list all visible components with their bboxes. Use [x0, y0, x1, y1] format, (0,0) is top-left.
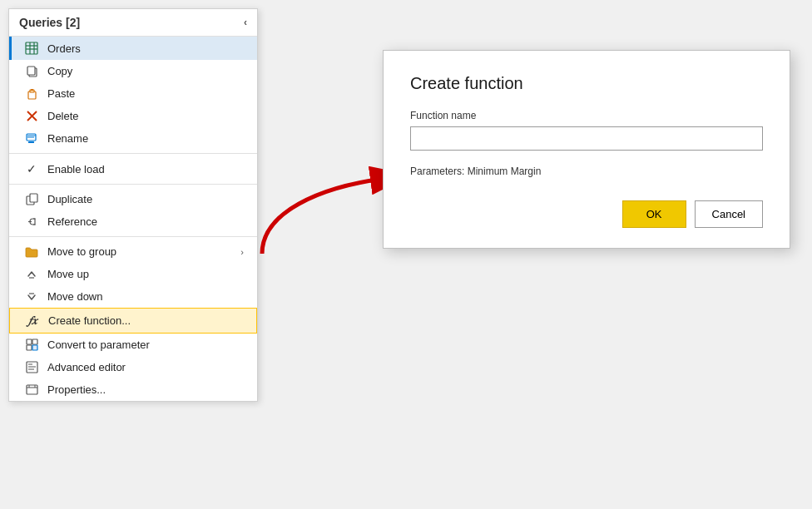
- svg-rect-0: [26, 42, 37, 54]
- folder-icon: [22, 246, 41, 258]
- menu-item-move-up[interactable]: Move up: [9, 263, 257, 285]
- reference-icon: [22, 215, 41, 228]
- delete-label: Delete: [47, 110, 79, 122]
- move-down-label: Move down: [47, 290, 102, 303]
- menu-item-reference[interactable]: Reference: [9, 210, 257, 233]
- svg-rect-13: [28, 141, 34, 143]
- svg-rect-24: [32, 345, 37, 350]
- cancel-button[interactable]: Cancel: [695, 200, 763, 228]
- sidebar-item-orders[interactable]: Orders: [9, 37, 257, 60]
- checkmark-icon: ✓: [22, 162, 41, 175]
- function-name-label: Function name: [410, 110, 763, 121]
- ok-button[interactable]: OK: [622, 200, 686, 228]
- context-menu: Queries [2] ‹ Orders Copy: [8, 8, 258, 402]
- submenu-arrow-icon: ›: [240, 247, 244, 257]
- divider-3: [9, 236, 257, 237]
- parameters-label: Parameters: Minimum Margin: [410, 166, 763, 177]
- move-up-icon: [22, 269, 41, 280]
- menu-item-enable-load[interactable]: ✓ Enable load: [9, 157, 257, 180]
- create-function-label: Create function...: [48, 314, 131, 327]
- reference-label: Reference: [47, 215, 97, 228]
- move-to-group-label: Move to group: [47, 245, 116, 258]
- create-function-dialog: Create function Function name Parameters…: [383, 50, 790, 249]
- rename-label: Rename: [47, 132, 88, 145]
- paste-icon: [22, 87, 41, 100]
- dialog-title: Create function: [410, 74, 763, 93]
- queries-title: Queries [2]: [19, 16, 80, 29]
- svg-rect-23: [27, 345, 32, 350]
- advanced-editor-icon: [22, 361, 41, 373]
- menu-item-duplicate[interactable]: Duplicate: [9, 188, 257, 210]
- svg-rect-17: [30, 194, 37, 202]
- svg-rect-22: [32, 339, 37, 344]
- function-name-input[interactable]: [410, 126, 763, 151]
- arrow-indicator: [237, 162, 404, 270]
- menu-item-create-function[interactable]: 𝑓𝑥 Create function...: [9, 308, 257, 334]
- move-up-label: Move up: [47, 268, 89, 280]
- properties-label: Properties...: [47, 383, 106, 396]
- divider-2: [9, 184, 257, 185]
- duplicate-label: Duplicate: [47, 193, 92, 205]
- menu-item-move-to-group[interactable]: Move to group ›: [9, 240, 257, 263]
- copy-label: Copy: [47, 65, 72, 77]
- svg-rect-29: [27, 385, 37, 394]
- menu-item-convert-to-parameter[interactable]: Convert to parameter: [9, 334, 257, 356]
- menu-item-properties[interactable]: Properties...: [9, 378, 257, 401]
- divider-1: [9, 153, 257, 154]
- copy-icon: [22, 65, 41, 77]
- menu-header: Queries [2] ‹: [9, 9, 257, 37]
- enable-load-label: Enable load: [47, 163, 105, 175]
- svg-rect-21: [27, 339, 32, 344]
- advanced-editor-label: Advanced editor: [47, 361, 126, 373]
- menu-item-copy[interactable]: Copy: [9, 60, 257, 82]
- table-icon: [22, 42, 41, 55]
- svg-rect-6: [27, 67, 35, 75]
- menu-item-move-down[interactable]: Move down: [9, 285, 257, 308]
- paste-label: Paste: [47, 87, 75, 100]
- rename-icon: [22, 132, 41, 145]
- delete-icon: [22, 110, 41, 122]
- menu-item-delete[interactable]: Delete: [9, 105, 257, 127]
- convert-icon: [22, 339, 41, 351]
- move-down-icon: [22, 291, 41, 303]
- fx-icon: 𝑓𝑥: [23, 314, 42, 328]
- properties-icon: [22, 383, 41, 396]
- orders-label: Orders: [47, 42, 81, 55]
- menu-item-rename[interactable]: Rename: [9, 127, 257, 150]
- collapse-icon[interactable]: ‹: [244, 17, 247, 28]
- svg-rect-9: [31, 89, 33, 91]
- dialog-buttons: OK Cancel: [410, 200, 763, 228]
- menu-item-advanced-editor[interactable]: Advanced editor: [9, 356, 257, 378]
- convert-to-parameter-label: Convert to parameter: [47, 339, 150, 351]
- duplicate-icon: [22, 193, 41, 205]
- menu-item-paste[interactable]: Paste: [9, 82, 257, 105]
